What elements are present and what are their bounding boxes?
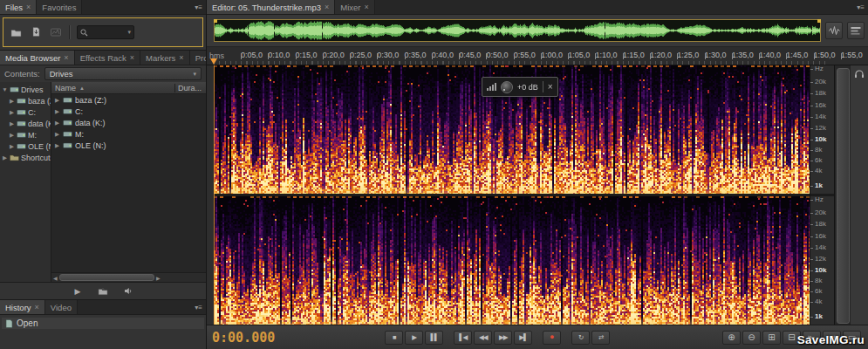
expander-collapsed-icon[interactable]: ▶ bbox=[2, 154, 8, 161]
tab-close-icon[interactable]: × bbox=[364, 3, 368, 11]
scroll-right-icon[interactable]: ▶ bbox=[156, 275, 161, 281]
scrollbar-thumb[interactable] bbox=[59, 274, 154, 281]
tab-media-browser[interactable]: Media Browser× bbox=[0, 51, 75, 65]
volume-hud[interactable]: +0 dB × bbox=[482, 77, 558, 97]
drive-row[interactable]: ▶data (K:) bbox=[51, 117, 206, 128]
tab-video[interactable]: Video bbox=[45, 300, 78, 314]
column-header-name[interactable]: Name ▲ bbox=[51, 84, 174, 92]
expander-expanded-icon[interactable]: ▼ bbox=[2, 86, 8, 92]
expander-collapsed-icon[interactable]: ▶ bbox=[54, 131, 60, 138]
tab-close-icon[interactable]: × bbox=[130, 54, 134, 62]
hud-close-button[interactable]: × bbox=[548, 83, 553, 92]
extract-audio-button[interactable] bbox=[49, 26, 63, 38]
drive-row[interactable]: ▶OLE (N:) bbox=[51, 140, 206, 151]
freq-label: 6k bbox=[815, 288, 822, 295]
spectral-view-button[interactable] bbox=[847, 22, 865, 39]
tab-effects-rack[interactable]: Effects Rack× bbox=[75, 51, 140, 65]
freq-label: 8k bbox=[815, 147, 822, 154]
skip-to-end-icon: ▶▌ bbox=[519, 334, 527, 341]
tree-item-label: data (K:) bbox=[28, 120, 51, 128]
level-meter-icon bbox=[487, 83, 496, 91]
column-header-duration[interactable]: Dura... bbox=[174, 84, 206, 92]
expander-collapsed-icon[interactable]: ▶ bbox=[54, 97, 60, 104]
tab-markers[interactable]: Markers× bbox=[140, 51, 190, 65]
tab-history[interactable]: History× bbox=[0, 300, 45, 314]
expander-collapsed-icon[interactable]: ▶ bbox=[54, 108, 60, 115]
tree-item-root[interactable]: ▼Drives bbox=[0, 84, 51, 95]
tree-item[interactable]: ▶data (K:) bbox=[0, 118, 51, 129]
timeline-ruler[interactable]: hms 0:05,00:10,00:15,00:20,00:25,00:30,0… bbox=[207, 47, 868, 65]
fast-forward-button[interactable]: ▶▶ bbox=[494, 331, 512, 345]
vertical-scrollbar[interactable] bbox=[834, 65, 850, 325]
expander-collapsed-icon[interactable]: ▶ bbox=[9, 98, 15, 105]
time-display[interactable]: 0:00.000 bbox=[212, 330, 275, 346]
expander-collapsed-icon[interactable]: ▶ bbox=[54, 120, 60, 127]
drive-row[interactable]: ▶baza (Z:) bbox=[51, 94, 206, 106]
skip-to-end-button[interactable]: ▶▌ bbox=[514, 331, 532, 345]
tab-mixer[interactable]: Mixer× bbox=[335, 0, 375, 14]
contents-dropdown[interactable]: Drives ▾ bbox=[44, 67, 202, 80]
history-item[interactable]: Open bbox=[2, 318, 204, 329]
record-button[interactable]: ● bbox=[543, 331, 561, 345]
pause-button[interactable]: ▌▌ bbox=[425, 331, 443, 345]
freq-label: 10k bbox=[815, 136, 826, 143]
skip-to-start-button[interactable]: ▌◀ bbox=[454, 331, 472, 345]
tab-files[interactable]: Files× bbox=[0, 0, 37, 14]
tree-item-shortcuts[interactable]: ▶Shortcuts bbox=[0, 152, 51, 163]
zoom-out-button[interactable]: ⊖ bbox=[742, 331, 761, 345]
loop-playback-button[interactable]: ↻ bbox=[571, 331, 590, 345]
horizontal-scrollbar[interactable]: ◀ ▶ bbox=[51, 272, 206, 282]
drive-row[interactable]: ▶C: bbox=[51, 106, 206, 117]
search-scope-dropdown-icon[interactable]: ▾ bbox=[127, 29, 131, 36]
zoom-in-button[interactable]: ⊕ bbox=[722, 331, 741, 345]
open-file-button[interactable] bbox=[9, 26, 23, 38]
panel-menu-icon[interactable]: ▾≡ bbox=[191, 300, 206, 314]
tab-close-icon[interactable]: × bbox=[26, 3, 31, 11]
import-file-button[interactable] bbox=[29, 26, 43, 38]
playhead-marker[interactable] bbox=[210, 58, 217, 65]
tab-prop[interactable]: Prop bbox=[190, 51, 206, 65]
waveform-view-button[interactable] bbox=[825, 22, 843, 39]
scroll-left-icon[interactable]: ◀ bbox=[53, 275, 58, 281]
tree-item[interactable]: ▶C: bbox=[0, 106, 51, 118]
open-in-editor-button[interactable] bbox=[96, 285, 110, 298]
freq-label: 20k bbox=[815, 209, 826, 216]
tree-item[interactable]: ▶M: bbox=[0, 129, 51, 140]
transport-bar: 0:00.000 ■▶▌▌▌◀◀◀▶▶▶▌●↻⇄ ⊕⊖⊞⊟⇤⇥▭ bbox=[207, 325, 868, 349]
tab-close-icon[interactable]: × bbox=[179, 54, 183, 62]
skip-selection-button[interactable]: ⇄ bbox=[591, 331, 610, 345]
tab-editor-05-thunderstrike-mp3[interactable]: Editor: 05. Thunderstrike.mp3× bbox=[207, 0, 335, 14]
auto-play-button[interactable] bbox=[121, 285, 135, 298]
expander-collapsed-icon[interactable]: ▶ bbox=[54, 142, 60, 149]
spectrogram-right-channel[interactable] bbox=[214, 196, 810, 325]
volume-knob[interactable] bbox=[501, 81, 513, 93]
freq-label: 4k bbox=[815, 298, 822, 305]
drive-row[interactable]: ▶M: bbox=[51, 128, 206, 140]
tab-close-icon[interactable]: × bbox=[325, 3, 329, 11]
rewind-button[interactable]: ◀◀ bbox=[474, 331, 492, 345]
search-input[interactable]: ▾ bbox=[77, 25, 134, 39]
expander-collapsed-icon[interactable]: ▶ bbox=[9, 132, 15, 139]
panel-menu-icon[interactable]: ▾≡ bbox=[853, 0, 868, 14]
frequency-ruler-right[interactable]: Hz20k18k16k14k12k10k8k6k4k1k bbox=[810, 194, 834, 325]
tab-close-icon[interactable]: × bbox=[64, 54, 68, 62]
expander-collapsed-icon[interactable]: ▶ bbox=[9, 120, 15, 127]
overview-navigator[interactable] bbox=[214, 19, 821, 42]
tree-item[interactable]: ▶baza (Z:) bbox=[0, 95, 51, 106]
tab-favorites[interactable]: Favorites bbox=[37, 0, 82, 14]
play-preview-button[interactable]: ▶ bbox=[71, 285, 85, 298]
panel-menu-icon[interactable]: ▾≡ bbox=[191, 0, 206, 14]
headphones-icon[interactable] bbox=[854, 69, 865, 79]
expander-collapsed-icon[interactable]: ▶ bbox=[9, 143, 15, 150]
freq-label: 14k bbox=[815, 113, 826, 120]
vertical-scrollbar-thumb[interactable] bbox=[837, 68, 850, 324]
expander-collapsed-icon[interactable]: ▶ bbox=[9, 109, 15, 116]
play-button[interactable]: ▶ bbox=[405, 331, 423, 345]
stop-button[interactable]: ■ bbox=[385, 331, 403, 345]
tree-item[interactable]: ▶OLE (N:) bbox=[0, 140, 51, 152]
zoom-in-amplitude-button[interactable]: ⊞ bbox=[762, 331, 781, 345]
drive-name: OLE (N:) bbox=[75, 141, 106, 150]
import-file-icon bbox=[31, 27, 41, 38]
tab-close-icon[interactable]: × bbox=[35, 304, 39, 311]
frequency-ruler-left[interactable]: Hz20k18k16k14k12k10k8k6k4k1k bbox=[810, 65, 834, 194]
